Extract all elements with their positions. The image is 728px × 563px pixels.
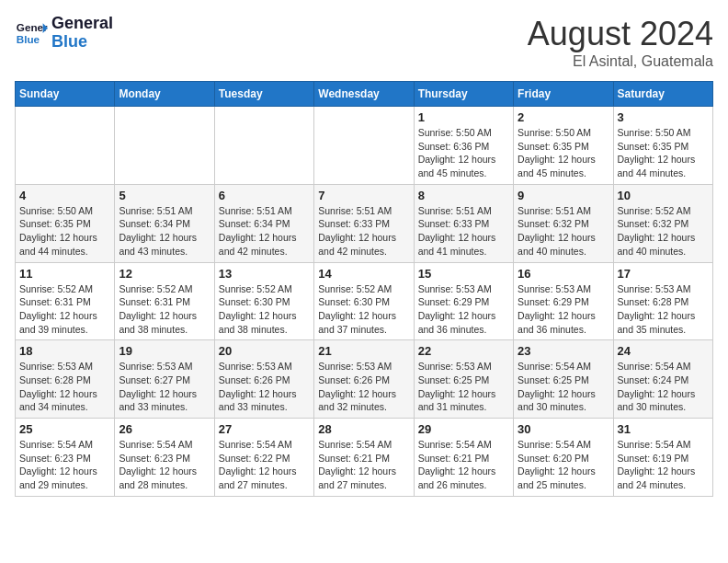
calendar-cell: 18Sunrise: 5:53 AM Sunset: 6:28 PM Dayli… xyxy=(16,340,115,419)
day-info: Sunrise: 5:53 AM Sunset: 6:29 PM Dayligh… xyxy=(418,282,509,337)
day-info: Sunrise: 5:51 AM Sunset: 6:34 PM Dayligh… xyxy=(119,204,210,259)
day-number: 11 xyxy=(19,267,110,281)
logo-blue: Blue xyxy=(51,33,113,52)
day-number: 8 xyxy=(418,189,509,202)
weekday-header-monday: Monday xyxy=(115,82,214,107)
day-number: 30 xyxy=(518,422,609,436)
day-number: 6 xyxy=(219,189,310,202)
calendar-cell: 22Sunrise: 5:53 AM Sunset: 6:25 PM Dayli… xyxy=(414,340,513,419)
weekday-header-friday: Friday xyxy=(514,82,613,107)
day-number: 3 xyxy=(618,110,709,124)
weekday-header-wednesday: Wednesday xyxy=(314,82,414,107)
day-number: 14 xyxy=(318,267,409,281)
calendar-cell: 28Sunrise: 5:54 AM Sunset: 6:21 PM Dayli… xyxy=(314,419,414,497)
day-number: 27 xyxy=(219,422,310,436)
day-number: 13 xyxy=(219,267,310,281)
day-number: 12 xyxy=(119,267,210,281)
day-number: 5 xyxy=(119,189,210,202)
day-number: 25 xyxy=(19,422,110,436)
calendar-cell: 10Sunrise: 5:52 AM Sunset: 6:32 PM Dayli… xyxy=(613,184,712,262)
day-number: 17 xyxy=(618,267,709,281)
day-number: 7 xyxy=(318,189,409,202)
day-number: 16 xyxy=(518,267,609,281)
day-number: 9 xyxy=(518,189,609,202)
day-info: Sunrise: 5:52 AM Sunset: 6:30 PM Dayligh… xyxy=(318,282,409,337)
day-number: 15 xyxy=(418,267,509,281)
calendar-week-4: 18Sunrise: 5:53 AM Sunset: 6:28 PM Dayli… xyxy=(16,340,713,419)
day-info: Sunrise: 5:50 AM Sunset: 6:36 PM Dayligh… xyxy=(418,126,509,180)
day-info: Sunrise: 5:50 AM Sunset: 6:35 PM Dayligh… xyxy=(618,126,709,180)
weekday-header-row: SundayMondayTuesdayWednesdayThursdayFrid… xyxy=(16,82,713,107)
day-info: Sunrise: 5:54 AM Sunset: 6:21 PM Dayligh… xyxy=(318,438,409,492)
calendar-cell: 27Sunrise: 5:54 AM Sunset: 6:22 PM Dayli… xyxy=(214,419,313,497)
calendar-cell: 11Sunrise: 5:52 AM Sunset: 6:31 PM Dayli… xyxy=(16,262,115,340)
logo-text: General Blue xyxy=(51,15,113,52)
calendar-cell: 24Sunrise: 5:54 AM Sunset: 6:24 PM Dayli… xyxy=(613,340,712,419)
logo: General Blue General Blue xyxy=(15,15,113,52)
weekday-header-tuesday: Tuesday xyxy=(214,82,313,107)
title-block: August 2024 El Asintal, Guatemala xyxy=(528,15,713,70)
calendar-cell: 31Sunrise: 5:54 AM Sunset: 6:19 PM Dayli… xyxy=(613,419,712,497)
day-info: Sunrise: 5:54 AM Sunset: 6:24 PM Dayligh… xyxy=(618,360,709,414)
day-info: Sunrise: 5:52 AM Sunset: 6:31 PM Dayligh… xyxy=(119,282,210,337)
day-info: Sunrise: 5:53 AM Sunset: 6:26 PM Dayligh… xyxy=(219,360,310,414)
calendar-cell: 5Sunrise: 5:51 AM Sunset: 6:34 PM Daylig… xyxy=(115,184,214,262)
calendar-cell: 4Sunrise: 5:50 AM Sunset: 6:35 PM Daylig… xyxy=(16,184,115,262)
day-info: Sunrise: 5:54 AM Sunset: 6:19 PM Dayligh… xyxy=(618,438,709,492)
day-info: Sunrise: 5:53 AM Sunset: 6:28 PM Dayligh… xyxy=(19,360,110,414)
calendar-cell: 1Sunrise: 5:50 AM Sunset: 6:36 PM Daylig… xyxy=(414,107,513,185)
day-number: 21 xyxy=(318,344,409,358)
day-info: Sunrise: 5:53 AM Sunset: 6:29 PM Dayligh… xyxy=(518,282,609,337)
day-number: 29 xyxy=(418,422,509,436)
calendar-cell: 12Sunrise: 5:52 AM Sunset: 6:31 PM Dayli… xyxy=(115,262,214,340)
calendar-cell: 14Sunrise: 5:52 AM Sunset: 6:30 PM Dayli… xyxy=(314,262,414,340)
calendar-cell: 20Sunrise: 5:53 AM Sunset: 6:26 PM Dayli… xyxy=(214,340,313,419)
calendar-cell: 19Sunrise: 5:53 AM Sunset: 6:27 PM Dayli… xyxy=(115,340,214,419)
calendar-cell: 23Sunrise: 5:54 AM Sunset: 6:25 PM Dayli… xyxy=(514,340,613,419)
calendar-week-5: 25Sunrise: 5:54 AM Sunset: 6:23 PM Dayli… xyxy=(16,419,713,497)
calendar-week-3: 11Sunrise: 5:52 AM Sunset: 6:31 PM Dayli… xyxy=(16,262,713,340)
day-number: 18 xyxy=(19,344,110,358)
day-info: Sunrise: 5:52 AM Sunset: 6:30 PM Dayligh… xyxy=(219,282,310,337)
logo-general: General xyxy=(51,15,113,33)
calendar-cell: 2Sunrise: 5:50 AM Sunset: 6:35 PM Daylig… xyxy=(514,107,613,185)
calendar-cell: 15Sunrise: 5:53 AM Sunset: 6:29 PM Dayli… xyxy=(414,262,513,340)
day-info: Sunrise: 5:52 AM Sunset: 6:32 PM Dayligh… xyxy=(618,204,709,259)
calendar-cell: 16Sunrise: 5:53 AM Sunset: 6:29 PM Dayli… xyxy=(514,262,613,340)
day-info: Sunrise: 5:53 AM Sunset: 6:25 PM Dayligh… xyxy=(418,360,509,414)
day-info: Sunrise: 5:51 AM Sunset: 6:33 PM Dayligh… xyxy=(318,204,409,259)
calendar-cell: 9Sunrise: 5:51 AM Sunset: 6:32 PM Daylig… xyxy=(514,184,613,262)
day-number: 2 xyxy=(518,110,609,124)
calendar-cell: 29Sunrise: 5:54 AM Sunset: 6:21 PM Dayli… xyxy=(414,419,513,497)
day-number: 31 xyxy=(618,422,709,436)
day-info: Sunrise: 5:54 AM Sunset: 6:21 PM Dayligh… xyxy=(418,438,509,492)
month-title: August 2024 xyxy=(528,15,713,53)
calendar-cell xyxy=(314,107,414,185)
calendar-cell xyxy=(214,107,313,185)
logo-icon: General Blue xyxy=(15,17,48,50)
day-info: Sunrise: 5:54 AM Sunset: 6:25 PM Dayligh… xyxy=(518,360,609,414)
day-info: Sunrise: 5:51 AM Sunset: 6:32 PM Dayligh… xyxy=(518,204,609,259)
calendar-cell: 17Sunrise: 5:53 AM Sunset: 6:28 PM Dayli… xyxy=(613,262,712,340)
day-info: Sunrise: 5:53 AM Sunset: 6:28 PM Dayligh… xyxy=(618,282,709,337)
calendar-cell: 25Sunrise: 5:54 AM Sunset: 6:23 PM Dayli… xyxy=(16,419,115,497)
day-number: 28 xyxy=(318,422,409,436)
calendar-cell: 8Sunrise: 5:51 AM Sunset: 6:33 PM Daylig… xyxy=(414,184,513,262)
day-info: Sunrise: 5:50 AM Sunset: 6:35 PM Dayligh… xyxy=(19,204,110,259)
svg-text:Blue: Blue xyxy=(17,33,40,45)
day-info: Sunrise: 5:52 AM Sunset: 6:31 PM Dayligh… xyxy=(19,282,110,337)
day-number: 24 xyxy=(618,344,709,358)
day-number: 1 xyxy=(418,110,509,124)
day-number: 10 xyxy=(618,189,709,202)
day-number: 19 xyxy=(119,344,210,358)
calendar-cell: 3Sunrise: 5:50 AM Sunset: 6:35 PM Daylig… xyxy=(613,107,712,185)
calendar-cell: 21Sunrise: 5:53 AM Sunset: 6:26 PM Dayli… xyxy=(314,340,414,419)
day-info: Sunrise: 5:54 AM Sunset: 6:20 PM Dayligh… xyxy=(518,438,609,492)
day-info: Sunrise: 5:50 AM Sunset: 6:35 PM Dayligh… xyxy=(518,126,609,180)
calendar-cell: 26Sunrise: 5:54 AM Sunset: 6:23 PM Dayli… xyxy=(115,419,214,497)
calendar-cell: 30Sunrise: 5:54 AM Sunset: 6:20 PM Dayli… xyxy=(514,419,613,497)
page-header: General Blue General Blue August 2024 El… xyxy=(15,15,713,70)
day-info: Sunrise: 5:54 AM Sunset: 6:23 PM Dayligh… xyxy=(19,438,110,492)
day-number: 4 xyxy=(19,189,110,202)
location: El Asintal, Guatemala xyxy=(528,53,713,70)
